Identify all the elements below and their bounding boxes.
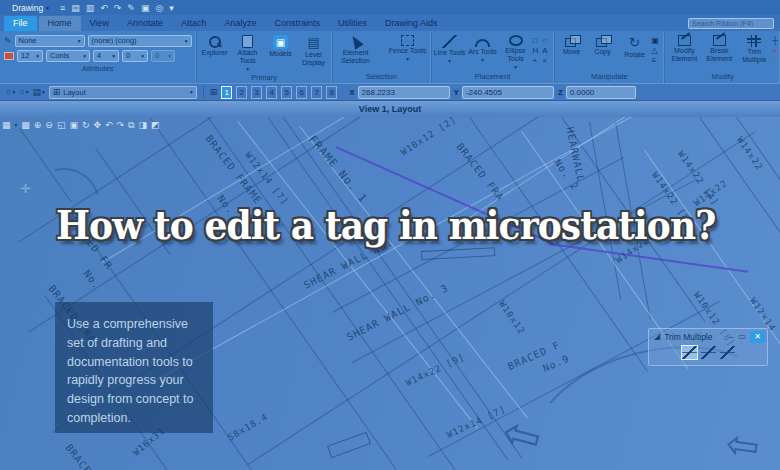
- view-toggle-7[interactable]: 7: [311, 86, 322, 99]
- cad-label: W10x12 [2]: [399, 114, 458, 157]
- customize-dropdown-icon[interactable]: ▾: [169, 3, 174, 13]
- view-toggle-3[interactable]: 3: [251, 86, 262, 99]
- break-element-button[interactable]: Break Element: [702, 33, 736, 63]
- trim-multiple-button[interactable]: Trim Multiple: [737, 33, 771, 64]
- preferences-icon[interactable]: ≡: [60, 3, 65, 13]
- line-tools-button[interactable]: Line Tools ▾: [434, 33, 466, 64]
- zoom-out-icon[interactable]: ⊖: [45, 119, 53, 131]
- properties-icon[interactable]: ◎: [155, 3, 163, 13]
- view-toggle-1[interactable]: 1: [221, 86, 232, 99]
- minimize-icon[interactable]: –: [728, 332, 734, 341]
- scale-icon[interactable]: △: [652, 46, 660, 55]
- view-next-icon[interactable]: ↷: [117, 119, 125, 131]
- clip-mask-icon[interactable]: ◩: [151, 119, 160, 131]
- models-button[interactable]: ▣ Models: [265, 33, 297, 58]
- tab-view[interactable]: View: [81, 16, 118, 31]
- explorer-button[interactable]: Explorer: [199, 33, 231, 57]
- workflow-selector[interactable]: Drawing ▾: [6, 3, 55, 13]
- tab-drawing-aids[interactable]: Drawing Aids: [376, 16, 447, 31]
- restore-icon[interactable]: ▭: [737, 332, 747, 341]
- tab-annotate[interactable]: Annotate: [118, 16, 172, 31]
- rotate-view-icon[interactable]: ↻: [82, 119, 90, 131]
- trim-to-intersection-tool-icon[interactable]: [720, 346, 735, 359]
- arc-tools-button[interactable]: Arc Tools ▾: [467, 33, 499, 63]
- dialog-title-bar[interactable]: ◢ Trim Multiple – ▭ ✕: [649, 329, 767, 344]
- tab-constraints[interactable]: Constraints: [265, 16, 329, 31]
- level-display-button[interactable]: ▤ Level Display: [298, 33, 330, 67]
- x-coordinate-input[interactable]: [358, 86, 450, 99]
- y-coordinate-input[interactable]: [462, 86, 554, 99]
- view-toggle-8[interactable]: 8: [326, 86, 337, 99]
- trim-multiple-tool-icon[interactable]: [682, 346, 697, 359]
- window-area-icon[interactable]: ▣: [69, 119, 78, 131]
- modify-element-button[interactable]: Modify Element: [667, 33, 701, 63]
- ellipse-tools-button[interactable]: Ellipse Tools ▾: [500, 33, 532, 70]
- view-attributes-icon[interactable]: ▦: [2, 119, 11, 131]
- place-text-icon[interactable]: A: [542, 46, 547, 55]
- place-marker-icon[interactable]: ×: [542, 56, 547, 65]
- attachment-icon: [242, 35, 253, 48]
- group-attributes: ✎ None▾ (none) (cong)▾ 12▾ Conls▾: [0, 31, 197, 83]
- tab-attach[interactable]: Attach: [172, 16, 216, 31]
- close-icon[interactable]: ✕: [750, 331, 765, 343]
- delete-icon[interactable]: ×: [772, 46, 778, 55]
- array-icon[interactable]: ▣: [652, 36, 660, 45]
- rotate-button[interactable]: ↻ Rotate: [619, 33, 651, 59]
- tab-utilities[interactable]: Utilities: [329, 16, 376, 31]
- save-settings-icon[interactable]: ▥: [86, 3, 95, 13]
- trim-multiple-dialog[interactable]: ◢ Trim Multiple – ▭ ✕: [648, 328, 768, 366]
- copy-view-icon[interactable]: ⧉: [128, 119, 134, 131]
- move-button[interactable]: Move: [557, 33, 587, 56]
- cad-label: W12x14 [7]: [445, 404, 507, 440]
- attach-tools-button[interactable]: Attach Tools ▾: [232, 33, 264, 72]
- saved-views-icon[interactable]: ▤▾: [32, 87, 44, 97]
- z-coordinate-input[interactable]: [566, 86, 636, 99]
- trim-to-element-tool-icon[interactable]: [701, 346, 716, 359]
- redo-icon[interactable]: ↷: [114, 3, 122, 13]
- place-shape-icon[interactable]: □: [533, 36, 539, 45]
- view-toggle-4[interactable]: 4: [266, 86, 277, 99]
- insert-vertex-icon[interactable]: •: [772, 56, 778, 65]
- view-toggle-5[interactable]: 5: [281, 86, 292, 99]
- button-label: Fence Tools: [389, 47, 427, 55]
- element-template-dropdown[interactable]: None▾: [15, 35, 85, 47]
- move-icon: [565, 35, 579, 47]
- pen-icon[interactable]: ✎: [127, 3, 135, 13]
- print-icon[interactable]: ▣: [141, 3, 150, 13]
- active-level-dropdown[interactable]: (none) (cong)▾: [88, 35, 192, 47]
- zoom-in-icon[interactable]: ⊕: [34, 119, 42, 131]
- line-style-dropdown[interactable]: Conls▾: [46, 50, 90, 62]
- pan-view-icon[interactable]: ✥: [93, 119, 101, 131]
- element-selection-button[interactable]: Element Selection: [335, 33, 377, 65]
- extend-icon[interactable]: ┼: [772, 36, 778, 45]
- active-view-dropdown[interactable]: ⊞Layout ▾: [49, 86, 197, 99]
- transparency-dropdown[interactable]: 0▾: [122, 50, 148, 62]
- line-weight-dropdown[interactable]: 4▾: [93, 50, 119, 62]
- search-ribbon-input[interactable]: [688, 18, 774, 29]
- view-toggle-2[interactable]: 2: [236, 86, 247, 99]
- view-group-icon[interactable]: ⊞: [210, 87, 218, 97]
- priority-dropdown[interactable]: 0▾: [151, 50, 175, 62]
- active-color-dropdown[interactable]: 12▾: [17, 50, 43, 62]
- fit-view-icon[interactable]: ◱: [57, 119, 66, 131]
- view-redo-icon[interactable]: ○▾: [19, 87, 28, 97]
- tab-analyze[interactable]: Analyze: [215, 16, 265, 31]
- mirror-icon[interactable]: ≡: [652, 56, 660, 65]
- tab-file[interactable]: File: [4, 16, 37, 31]
- view-window-title[interactable]: View 1, Layout: [0, 101, 780, 117]
- view-previous-icon[interactable]: ↶: [105, 119, 113, 131]
- undo-icon[interactable]: ↶: [100, 3, 108, 13]
- place-cell-icon[interactable]: H: [533, 46, 539, 55]
- save-icon[interactable]: ▤: [71, 3, 80, 13]
- copy-button[interactable]: Copy: [588, 33, 618, 56]
- button-label: Break Element: [702, 47, 736, 63]
- background-icon[interactable]: ▩: [21, 119, 30, 131]
- view-undo-icon[interactable]: ○▾: [6, 87, 15, 97]
- clip-volume-icon[interactable]: ◨: [139, 119, 148, 131]
- place-origin-icon[interactable]: +: [533, 56, 539, 65]
- view-toggle-6[interactable]: 6: [296, 86, 307, 99]
- tab-home[interactable]: Home: [39, 16, 81, 31]
- fence-tools-button[interactable]: Fence Tools ▾: [387, 33, 429, 62]
- cad-label: BRACED FRA: [454, 141, 506, 203]
- place-point-icon[interactable]: ○: [542, 36, 547, 45]
